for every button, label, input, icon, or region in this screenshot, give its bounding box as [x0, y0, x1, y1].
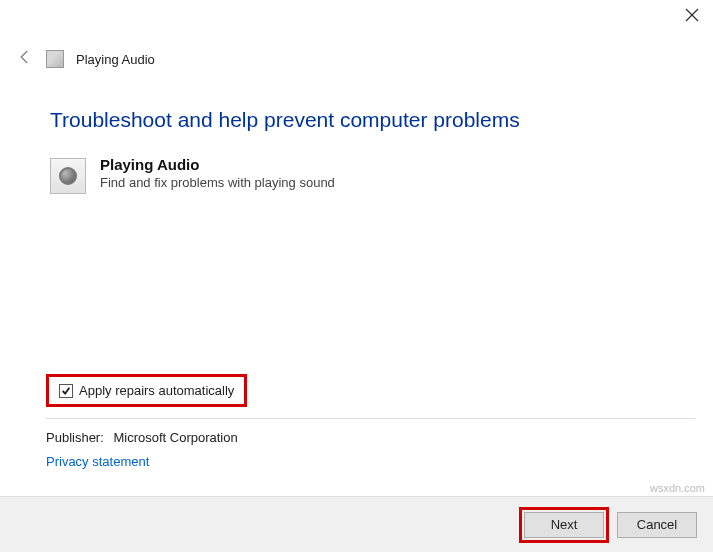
- cancel-button[interactable]: Cancel: [617, 512, 697, 538]
- checkbox-icon: [59, 384, 73, 398]
- publisher-label: Publisher:: [46, 430, 104, 445]
- publisher-row: Publisher: Microsoft Corporation: [46, 430, 238, 445]
- page-heading: Troubleshoot and help prevent computer p…: [50, 108, 663, 132]
- back-arrow-icon[interactable]: [16, 48, 34, 70]
- privacy-statement-link[interactable]: Privacy statement: [46, 454, 149, 469]
- apply-repairs-checkbox[interactable]: Apply repairs automatically: [46, 374, 247, 407]
- titlebar: [0, 0, 713, 36]
- divider: [46, 418, 695, 419]
- watermark: wsxdn.com: [650, 482, 705, 494]
- item-texts: Playing Audio Find and fix problems with…: [100, 156, 335, 190]
- next-button[interactable]: Next: [524, 512, 604, 538]
- checkbox-label: Apply repairs automatically: [79, 383, 234, 398]
- troubleshooter-item: Playing Audio Find and fix problems with…: [50, 156, 663, 194]
- item-title: Playing Audio: [100, 156, 335, 173]
- content-area: Troubleshoot and help prevent computer p…: [0, 70, 713, 194]
- header: Playing Audio: [0, 36, 713, 70]
- speaker-icon: [50, 158, 86, 194]
- troubleshooter-app-icon: [46, 50, 64, 68]
- window-title: Playing Audio: [76, 52, 155, 67]
- close-icon[interactable]: [685, 8, 699, 26]
- item-description: Find and fix problems with playing sound: [100, 175, 335, 190]
- footer: Next Cancel: [0, 496, 713, 552]
- publisher-value: Microsoft Corporation: [113, 430, 237, 445]
- next-button-highlight: Next: [519, 507, 609, 543]
